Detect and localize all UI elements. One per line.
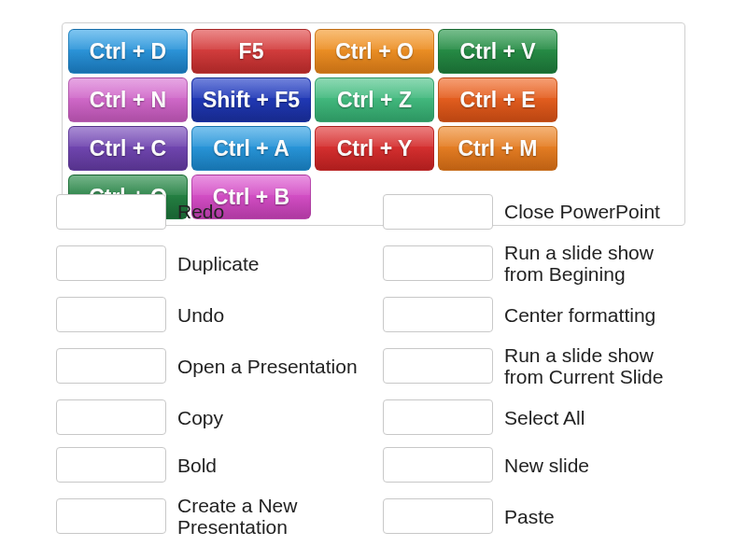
drop-zone[interactable] — [56, 245, 166, 281]
answer-label: Select All — [504, 407, 691, 428]
answers-grid: RedoClose PowerPointDuplicateRun a slide… — [56, 194, 691, 539]
drop-zone[interactable] — [383, 399, 493, 435]
drop-zone[interactable] — [56, 399, 166, 435]
answer-row: Undo — [56, 297, 364, 332]
tile[interactable]: Ctrl + M — [438, 126, 557, 171]
tile[interactable]: Ctrl + E — [438, 77, 557, 122]
answer-label: Copy — [177, 407, 364, 428]
answer-label: Undo — [177, 304, 364, 326]
drop-zone[interactable] — [383, 447, 493, 483]
answer-label: Bold — [177, 455, 364, 476]
tile[interactable]: Ctrl + O — [315, 29, 434, 74]
drop-zone[interactable] — [383, 498, 493, 534]
answer-label: Run a slide show from Current Slide — [504, 344, 691, 387]
tile[interactable]: Ctrl + C — [68, 126, 188, 171]
answer-label: Redo — [177, 201, 364, 222]
drop-zone[interactable] — [383, 245, 493, 281]
drop-zone[interactable] — [56, 194, 166, 230]
tile[interactable]: Ctrl + A — [191, 126, 311, 171]
answer-row: Bold — [56, 447, 364, 483]
answer-row: Paste — [383, 495, 691, 538]
drop-zone[interactable] — [56, 348, 166, 384]
tile[interactable]: Ctrl + Y — [315, 126, 434, 171]
answer-row: Create a New Presentation — [56, 495, 364, 538]
tile[interactable]: F5 — [191, 29, 311, 74]
answer-row: Open a Presentation — [56, 344, 364, 387]
answer-row: Select All — [383, 399, 691, 435]
answer-label: Center formatting — [504, 304, 691, 326]
answer-label: Create a New Presentation — [177, 495, 364, 538]
answer-row: Close PowerPoint — [383, 194, 691, 230]
answer-row: New slide — [383, 447, 691, 483]
answer-label: New slide — [504, 455, 691, 476]
drop-zone[interactable] — [56, 297, 166, 332]
tile[interactable]: Ctrl + Z — [315, 77, 434, 122]
tile[interactable]: Ctrl + V — [438, 29, 557, 74]
drop-zone[interactable] — [383, 297, 493, 332]
answer-label: Run a slide show from Begining — [504, 242, 691, 285]
answer-label: Open a Presentation — [177, 356, 364, 377]
tile[interactable]: Shift + F5 — [191, 77, 311, 122]
answer-row: Run a slide show from Current Slide — [383, 344, 691, 387]
answer-row: Redo — [56, 194, 364, 230]
answer-label: Duplicate — [177, 253, 364, 274]
drop-zone[interactable] — [383, 348, 493, 384]
answer-row: Run a slide show from Begining — [383, 242, 691, 285]
answer-label: Paste — [504, 506, 691, 527]
drop-zone[interactable] — [56, 447, 166, 483]
answer-label: Close PowerPoint — [504, 201, 691, 222]
tile[interactable]: Ctrl + D — [68, 29, 188, 74]
answer-row: Duplicate — [56, 242, 364, 285]
drop-zone[interactable] — [56, 498, 166, 534]
answer-row: Center formatting — [383, 297, 691, 332]
answer-row: Copy — [56, 399, 364, 435]
tile[interactable]: Ctrl + N — [68, 77, 188, 122]
drop-zone[interactable] — [383, 194, 493, 230]
